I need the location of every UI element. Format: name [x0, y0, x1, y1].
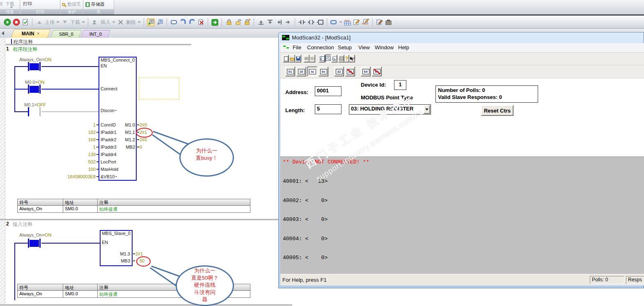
- goto-icon[interactable]: [211, 18, 219, 26]
- view-search-button[interactable]: [331, 55, 337, 62]
- menu-connection[interactable]: Connection: [307, 44, 334, 51]
- format-float64-button[interactable]: 64: [361, 67, 371, 76]
- print-button[interactable]: 打印: [23, 1, 32, 7]
- responses-count: Valid Slave Responses: 0: [438, 94, 502, 100]
- view-network-1-icon[interactable]: [147, 18, 155, 26]
- modscan-titlebar[interactable]: ModScan32 - [ModSca1]: [282, 35, 351, 41]
- disconnect-button[interactable]: [309, 55, 315, 62]
- ribbon-group-protect: 数据页 保护: [61, 0, 83, 14]
- unlock-icon[interactable]: [234, 18, 242, 26]
- context-help-button[interactable]: ?: [349, 55, 355, 62]
- next-bookmark-icon[interactable]: [188, 18, 196, 26]
- contact[interactable]: [39, 62, 41, 71]
- tab-sbr0[interactable]: SBR_0: [50, 30, 82, 38]
- clear-bookmarks-icon[interactable]: [197, 18, 205, 26]
- address-input[interactable]: 0001: [315, 86, 341, 96]
- format-binary-button[interactable]: 01: [285, 67, 295, 76]
- box-element-icon[interactable]: [316, 18, 324, 26]
- upload-icon[interactable]: [35, 18, 43, 26]
- wire-right-icon[interactable]: [284, 18, 292, 26]
- close-icon[interactable]: ×: [37, 31, 40, 37]
- download-label[interactable]: 下载: [70, 19, 80, 26]
- reset-counters-button[interactable]: Reset Ctrs: [481, 105, 513, 116]
- save-button[interactable]: [295, 55, 301, 62]
- run-icon[interactable]: [3, 18, 11, 26]
- new-file-button[interactable]: [283, 55, 289, 62]
- network-1-comment[interactable]: 程序段注释: [13, 46, 37, 53]
- upload-button-partial[interactable]: 传: [0, 1, 3, 7]
- view-network-2-icon[interactable]: [156, 18, 164, 26]
- block-title: MBS_Slave_0: [101, 231, 131, 236]
- delete-icon[interactable]: [117, 18, 124, 26]
- format-float32-button[interactable]: 32: [334, 67, 344, 76]
- contact[interactable]: [39, 239, 41, 248]
- tab-scroll-left-icon[interactable]: [2, 31, 4, 35]
- menu-view[interactable]: View: [358, 44, 370, 51]
- chevron-down-icon[interactable]: [10, 7, 13, 8]
- format-hex-button[interactable]: 0x: [319, 67, 328, 76]
- format-swapped64-button[interactable]: 64: [372, 67, 382, 76]
- upload-label[interactable]: 上传: [45, 19, 55, 26]
- point-type-select[interactable]: 03: HOLDING REGISTER: [349, 104, 431, 115]
- format-swapped32-button[interactable]: 32: [345, 67, 355, 76]
- format-integer-button[interactable]: Io: [307, 67, 317, 76]
- previous-bookmark-icon[interactable]: [179, 18, 187, 26]
- menu-help[interactable]: Help: [398, 44, 409, 51]
- chevron-down-icon[interactable]: [56, 21, 60, 23]
- print-button[interactable]: [338, 55, 344, 62]
- data-page-button[interactable]: 数据页: [67, 1, 81, 7]
- contact[interactable]: [39, 85, 41, 94]
- insert-label[interactable]: 插入: [101, 19, 110, 26]
- annotation-circle-50: [136, 256, 151, 267]
- network-2-comment[interactable]: 输入注释: [13, 221, 32, 228]
- length-input[interactable]: 5: [315, 104, 341, 114]
- contact[interactable]: [28, 239, 29, 248]
- device-id-input[interactable]: 1: [394, 80, 406, 90]
- chevron-down-icon[interactable]: [339, 21, 342, 23]
- delete-label[interactable]: 删除: [126, 19, 136, 26]
- format-decimal-button[interactable]: 10: [296, 67, 306, 76]
- wire-left-icon[interactable]: [275, 18, 283, 26]
- contact-element-icon[interactable]: [298, 18, 306, 26]
- lock-icon[interactable]: [225, 18, 233, 26]
- wire-up-icon[interactable]: [257, 18, 265, 26]
- edit-address-icon[interactable]: HKO: [362, 18, 369, 26]
- tab-main[interactable]: MAIN ×: [11, 29, 51, 38]
- symbol-table-icon[interactable]: HKO: [344, 18, 351, 26]
- menu-file[interactable]: File: [293, 44, 301, 51]
- memory-button[interactable]: 存储器: [91, 1, 105, 7]
- tab-int0[interactable]: INT_0: [81, 30, 111, 38]
- lock-add-icon[interactable]: [243, 18, 251, 26]
- view-tree-button[interactable]: [319, 55, 325, 62]
- contact[interactable]: [28, 107, 29, 116]
- col-address: 地址: [63, 284, 98, 290]
- open-file-button[interactable]: [289, 55, 295, 62]
- address-toggle-icon[interactable]: [330, 18, 338, 26]
- stop-icon[interactable]: [12, 18, 20, 26]
- bookmark-toggle-icon[interactable]: [170, 18, 178, 26]
- menu-window[interactable]: Window: [375, 44, 394, 51]
- coil-element-icon[interactable]: [307, 18, 315, 26]
- edit-program-icon[interactable]: [376, 18, 383, 26]
- compile-icon[interactable]: [21, 18, 29, 26]
- download-button[interactable]: 下载: [5, 1, 14, 7]
- chevron-down-icon[interactable]: [112, 21, 115, 23]
- connect-button[interactable]: [304, 55, 309, 62]
- view-data-button[interactable]: [325, 55, 331, 62]
- edit-symbol-icon[interactable]: [353, 18, 360, 26]
- insert-icon[interactable]: [91, 18, 99, 26]
- project-icon[interactable]: [385, 18, 392, 26]
- menu-setup[interactable]: Setup: [338, 44, 352, 51]
- out-label: M1.0: [111, 122, 135, 127]
- block-title: MBS_Connect_0: [100, 58, 135, 62]
- help-button[interactable]: ?: [344, 55, 349, 62]
- combo-dropdown-icon[interactable]: [424, 105, 430, 114]
- wire-down-icon[interactable]: [266, 18, 274, 26]
- contact[interactable]: [28, 85, 29, 94]
- chevron-down-icon[interactable]: [82, 21, 85, 23]
- modscan-title: ModScan32 - [ModSca1]: [292, 35, 351, 41]
- contact[interactable]: [28, 62, 29, 71]
- contact[interactable]: [39, 107, 41, 116]
- chevron-down-icon[interactable]: [138, 21, 141, 23]
- download-icon[interactable]: [61, 18, 69, 26]
